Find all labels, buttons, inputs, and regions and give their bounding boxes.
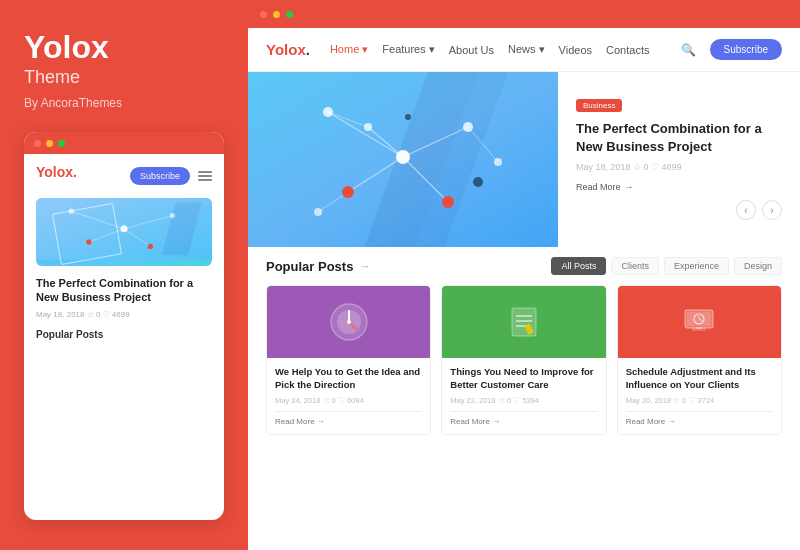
mobile-subscribe-button[interactable]: Subscribe [130, 167, 190, 185]
dot-red [34, 140, 41, 147]
svg-point-24 [463, 122, 473, 132]
post-info-2: Things You Need to Improve for Better Cu… [442, 358, 605, 434]
left-panel: Yolox Theme By AncoraThemes Yolox. Subsc… [0, 0, 248, 550]
mobile-mockup: Yolox. Subscribe [24, 132, 224, 520]
read-more-arrow: → [625, 182, 634, 192]
svg-point-25 [364, 123, 372, 131]
post-info-3: Schedule Adjustment and Its Influence on… [618, 358, 781, 434]
hero-badge: Business [576, 99, 622, 112]
svg-point-26 [442, 196, 454, 208]
mobile-browser-bar [24, 132, 224, 154]
nav-contacts[interactable]: Contacts [606, 44, 649, 56]
browser-dot-red [260, 11, 267, 18]
svg-line-4 [89, 229, 124, 242]
mobile-content: Yolox. Subscribe [24, 154, 224, 520]
filter-tags: All Posts Clients Experience Design [551, 257, 782, 275]
post-meta-3: May 20, 2018 ☆ 0 ♡ 3724 [626, 396, 773, 405]
svg-point-6 [69, 209, 74, 214]
svg-rect-45 [692, 328, 706, 331]
dot-green [58, 140, 65, 147]
mobile-nav-row: Yolox. Subscribe [36, 164, 212, 188]
browser-dot-yellow [273, 11, 280, 18]
hero-next-button[interactable]: › [762, 200, 782, 220]
desktop-navbar: Yolox. Home ▾ Features ▾ About Us News ▾… [248, 28, 800, 72]
hero-title: The Perfect Combination for a New Busine… [576, 120, 782, 156]
search-icon[interactable]: 🔍 [681, 43, 696, 57]
dot-yellow [46, 140, 53, 147]
svg-point-5 [120, 225, 127, 232]
post-meta-1: May 24, 2018 ☆ 0 ♡ 6084 [275, 396, 422, 405]
mobile-post-title: The Perfect Combination for a New Busine… [36, 276, 212, 305]
post-info-1: We Help You to Get the Idea and Pick the… [267, 358, 430, 434]
logo-dot: . [306, 41, 310, 58]
post-meta-2: May 22, 2018 ☆ 0 ♡ 5394 [450, 396, 597, 405]
post-readmore-3[interactable]: Read More → [626, 411, 773, 426]
popular-section-header: Popular Posts → All Posts Clients Experi… [248, 247, 800, 285]
hero-navigation: ‹ › [576, 200, 782, 220]
hero-image [248, 72, 558, 247]
nav-home[interactable]: Home ▾ [330, 43, 368, 56]
svg-point-28 [494, 158, 502, 166]
filter-clients[interactable]: Clients [611, 257, 659, 275]
mobile-post-meta: May 18, 2018 ☆ 0 ♡ 4699 [36, 310, 212, 319]
hero-card: Business The Perfect Combination for a N… [558, 72, 800, 247]
mobile-logo-text: Yolox. [36, 164, 77, 180]
browser-content: Yolox. Home ▾ Features ▾ About Us News ▾… [248, 28, 800, 550]
post-card-2: Things You Need to Improve for Better Cu… [441, 285, 606, 435]
mobile-logo: Yolox. [36, 164, 77, 180]
post-card-3: Schedule Adjustment and Its Influence on… [617, 285, 782, 435]
right-panel: Yolox. Home ▾ Features ▾ About Us News ▾… [248, 0, 800, 550]
filter-design[interactable]: Design [734, 257, 782, 275]
hero-read-more[interactable]: Read More → [576, 182, 782, 192]
browser-dot-green [286, 11, 293, 18]
post-title-3: Schedule Adjustment and Its Influence on… [626, 366, 773, 392]
nav-features[interactable]: Features ▾ [382, 43, 434, 56]
post-card-1: We Help You to Get the Idea and Pick the… [266, 285, 431, 435]
post-title-2: Things You Need to Improve for Better Cu… [450, 366, 597, 392]
hero-section: Business The Perfect Combination for a N… [248, 72, 800, 247]
post-readmore-2[interactable]: Read More → [450, 411, 597, 426]
nav-about[interactable]: About Us [449, 44, 494, 56]
popular-arrow-icon: → [359, 260, 370, 272]
svg-point-9 [86, 240, 91, 245]
desktop-logo: Yolox. [266, 41, 310, 58]
post-thumb-2 [442, 286, 605, 358]
svg-point-27 [342, 186, 354, 198]
post-thumb-3 [618, 286, 781, 358]
mobile-hamburger-icon[interactable] [198, 171, 212, 181]
brand-subtitle: Theme [24, 67, 224, 88]
popular-header: Popular Posts → All Posts Clients Experi… [266, 257, 782, 275]
logo-yolox: Yolox [266, 41, 306, 58]
browser-bar [248, 0, 800, 28]
svg-point-8 [148, 244, 153, 249]
nav-videos[interactable]: Videos [559, 44, 592, 56]
desktop-subscribe-button[interactable]: Subscribe [710, 39, 782, 60]
brand-by: By AncoraThemes [24, 96, 224, 110]
svg-point-31 [473, 177, 483, 187]
svg-point-22 [396, 150, 410, 164]
read-more-label: Read More [576, 182, 621, 192]
popular-title: Popular Posts [266, 259, 353, 274]
post-thumb-1 [267, 286, 430, 358]
filter-experience[interactable]: Experience [664, 257, 729, 275]
mobile-popular-label: Popular Posts [36, 329, 212, 340]
svg-point-23 [323, 107, 333, 117]
filter-all-posts[interactable]: All Posts [551, 257, 606, 275]
hero-prev-button[interactable]: ‹ [736, 200, 756, 220]
svg-point-29 [314, 208, 322, 216]
posts-grid: We Help You to Get the Idea and Pick the… [248, 285, 800, 445]
svg-point-36 [347, 320, 351, 324]
brand-title: Yolox [24, 30, 224, 65]
post-readmore-1[interactable]: Read More → [275, 411, 422, 426]
mobile-hero-image [36, 198, 212, 266]
nav-news[interactable]: News ▾ [508, 43, 545, 56]
svg-point-30 [405, 114, 411, 120]
hero-meta: May 18, 2018 ☆ 0 ♡ 4699 [576, 162, 782, 172]
post-title-1: We Help You to Get the Idea and Pick the… [275, 366, 422, 392]
